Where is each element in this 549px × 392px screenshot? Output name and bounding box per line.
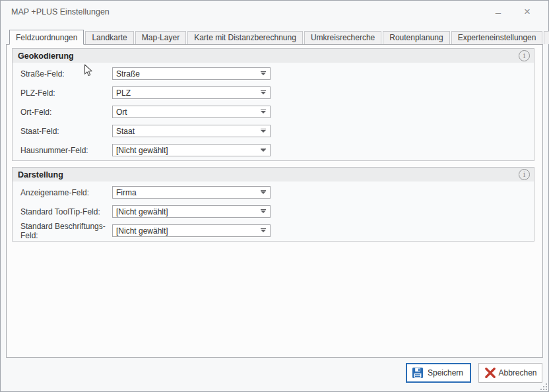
field-label: Standard Beschriftungs-Feld: [15,222,112,240]
group-title: Darstellung [18,170,63,180]
dropdown-value: Firma [116,188,137,197]
anzeigename-feld-dropdown[interactable]: Firma [112,186,271,199]
field-row-beschriftung: Standard Beschriftungs-Feld: [Nicht gewä… [15,224,534,237]
field-row-hausnummer: Hausnummer-Feld: [Nicht gewählt] [15,144,534,156]
tab-karte-mit-distanzberechnung[interactable]: Karte mit Distanzberechnung [187,31,303,44]
close-icon: × [524,5,531,18]
title-bar: MAP +PLUS Einstellungen – × [1,1,548,23]
strasse-feld-dropdown[interactable]: Straße [112,67,271,80]
tab-routenplanung[interactable]: Routenplanung [383,31,449,44]
field-row-staat: Staat-Feld: Staat [15,125,534,137]
cancel-button[interactable]: Abbrechen [478,363,542,383]
minimize-icon: – [496,7,501,18]
tab-map-layer[interactable]: Map-Layer [135,31,186,44]
field-row-plz: PLZ-Feld: PLZ [15,86,534,99]
ort-feld-dropdown[interactable]: Ort [112,106,271,118]
chevron-down-icon [261,92,266,94]
group-title: Geokodierung [18,51,74,61]
standard-tooltip-feld-dropdown[interactable]: [Nicht gewählt] [112,205,271,218]
chevron-down-icon [261,149,266,152]
chevron-down-icon [261,211,266,213]
field-label: PLZ-Feld: [15,88,112,98]
chevron-down-icon [261,191,266,194]
dropdown-value: Straße [116,69,140,79]
field-row-ort: Ort-Feld: Ort [15,106,534,118]
cancel-button-label: Abbrechen [496,368,542,377]
footer: Speichern Abbrechen [1,358,548,391]
field-label: Anzeigename-Feld: [15,188,112,197]
group-geokodierung-body: Straße-Feld: Straße PLZ-Feld: PLZ Ort-Fe… [13,63,534,156]
plz-feld-dropdown[interactable]: PLZ [112,86,271,99]
group-geokodierung: Geokodierung i Straße-Feld: Straße PLZ-F… [12,48,534,161]
window-controls: – × [484,1,542,23]
field-label: Ort-Feld: [15,108,112,117]
staat-feld-dropdown[interactable]: Staat [112,125,271,137]
field-label: Standard ToolTip-Feld: [15,207,112,216]
field-label: Staat-Feld: [15,127,112,136]
close-button[interactable]: × [513,1,542,23]
group-darstellung: Darstellung i Anzeigename-Feld: Firma St… [12,167,534,242]
standard-beschriftungs-feld-dropdown[interactable]: [Nicht gewählt] [112,224,271,237]
tab-rechte[interactable]: Rechte [544,31,549,44]
tab-feldzuordnungen[interactable]: Feldzuordnungen [9,30,84,45]
info-glyph: i [523,171,526,178]
field-row-anzeigename: Anzeigename-Feld: Firma [15,186,534,199]
save-button-label: Speichern [424,368,470,377]
tab-umkreisrecherche[interactable]: Umkreisrecherche [304,31,381,44]
dropdown-value: Ort [116,108,127,117]
save-button[interactable]: Speichern [406,363,471,383]
info-icon[interactable]: i [519,169,530,180]
dropdown-value: [Nicht gewählt] [116,146,168,155]
field-row-strasse: Straße-Feld: Straße [15,67,534,80]
hausnummer-feld-dropdown[interactable]: [Nicht gewählt] [112,144,271,156]
field-label: Straße-Feld: [15,69,112,79]
tab-landkarte[interactable]: Landkarte [85,31,133,44]
chevron-down-icon [261,111,266,114]
chevron-down-icon [261,73,266,75]
resize-grip[interactable] [540,383,547,390]
tab-experteneinstellungen[interactable]: Experteneinstellungen [451,31,543,44]
info-icon[interactable]: i [519,50,530,61]
field-row-tooltip: Standard ToolTip-Feld: [Nicht gewählt] [15,205,534,218]
group-geokodierung-header: Geokodierung i [13,49,534,63]
save-disk-icon [412,367,424,379]
minimize-button[interactable]: – [484,1,513,23]
group-darstellung-body: Anzeigename-Feld: Firma Standard ToolTip… [13,181,534,237]
chevron-down-icon [261,130,266,133]
dropdown-value: PLZ [116,88,131,98]
group-darstellung-header: Darstellung i [13,168,534,181]
tab-strip: Feldzuordnungen Landkarte Map-Layer Kart… [9,30,543,44]
window-title: MAP +PLUS Einstellungen [11,7,110,16]
chevron-down-icon [261,230,266,232]
dropdown-value: [Nicht gewählt] [116,226,168,236]
dropdown-value: [Nicht gewählt] [116,207,168,216]
cancel-x-icon [484,367,496,379]
info-glyph: i [523,52,526,59]
dialog-window: MAP +PLUS Einstellungen – × Feldzuordnun… [0,0,549,392]
field-label: Hausnummer-Feld: [15,146,112,155]
dropdown-value: Staat [116,127,135,136]
tab-page-feldzuordnungen: Geokodierung i Straße-Feld: Straße PLZ-F… [6,44,543,358]
